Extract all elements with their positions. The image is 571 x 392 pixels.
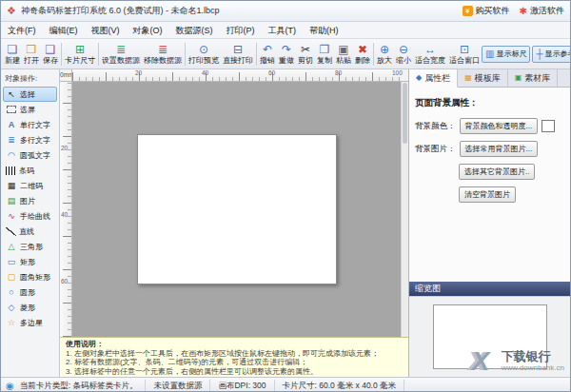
app-logo-icon: ❖ (7, 5, 16, 17)
new-label: 新建 (5, 56, 20, 65)
tab-label: 素材库 (524, 72, 550, 85)
print-preview-icon: ⊙ (199, 44, 208, 56)
toolbar-print-preview-button[interactable]: ⊙ 打印预览 (187, 40, 221, 69)
tool-freehand-curve[interactable]: ∿ 手绘曲线 (3, 208, 57, 224)
tool-select[interactable]: ↖ 选择 (3, 87, 57, 102)
tool-label: 选屏 (20, 105, 35, 115)
usage-note-line: 3. 选择标签中的任意一个元素后，右侧的属性栏里可以调整该元素的属性。 (66, 367, 403, 377)
fit-window-icon: ⊡ (460, 44, 469, 56)
toolbar-zoom-out-button[interactable]: ⊖ 缩小 (394, 40, 413, 69)
tool-label: 条码 (19, 166, 34, 176)
tool-label: 单行文字 (20, 120, 50, 130)
background-image-row2: 选择其它背景图片.. (459, 164, 564, 180)
toolbar-undo-button[interactable]: ↶ 撤销 (258, 40, 277, 69)
ruler-number: 60 (61, 278, 68, 284)
toolbar-copy-button[interactable]: ❐ 复制 (315, 40, 334, 69)
tool-label: 多边星 (20, 318, 43, 328)
zoom-in-icon: ⊕ (380, 44, 389, 56)
tool-polygon-star[interactable]: ☆ 多边星 (3, 315, 57, 330)
tool-circle[interactable]: ○ 圆形 (3, 284, 57, 300)
toolbar-new-button[interactable]: ❏ 新建 (3, 40, 22, 69)
tool-diamond[interactable]: ◇ 菱形 (3, 300, 57, 315)
toolbar-save-button[interactable]: ❑ 保存 (41, 40, 60, 69)
menu-edit[interactable]: 编辑(E) (43, 22, 85, 39)
zoom-out-label: 缩小 (396, 56, 411, 65)
tool-label: 直线 (19, 226, 34, 237)
menu-datasource[interactable]: 数据源(S) (169, 22, 220, 39)
tool-line[interactable]: 直线 (3, 224, 57, 239)
show-ruler-toggle[interactable]: ▥ 显示标尺 (482, 46, 530, 63)
toolbar-paste-button[interactable]: ▣ 粘贴 (334, 40, 353, 69)
menu-view[interactable]: 视图(V) (85, 22, 127, 39)
tool-qrcode[interactable]: ▦ 二维码 (3, 178, 57, 193)
menu-tools[interactable]: 工具(T) (262, 22, 304, 39)
toolbar-print-button[interactable]: ⊟ 直接打印 (221, 40, 255, 69)
toolbar-separator (373, 43, 374, 66)
usage-note: 使用说明： 1. 左侧对象栏中选择一个工具后，在画布矩形区域按住鼠标左键拖动，即… (60, 337, 408, 377)
save-label: 保存 (43, 56, 58, 65)
background-color-label: 背景颜色： (415, 121, 456, 132)
toolbar-remove-datasource-button[interactable]: ≣ 移除数据源 (142, 40, 184, 69)
toolbar-fit-window-button[interactable]: ⊡ 适合窗口 (447, 40, 482, 69)
toolbar-fit-width-button[interactable]: ↔ 适合宽度 (413, 40, 447, 69)
rectangle-icon: ▭ (6, 257, 17, 266)
properties-tab-icon: ◆ (416, 73, 422, 83)
buy-software-button[interactable]: ¥ 购买软件 (463, 5, 510, 17)
redo-label: 重做 (279, 56, 294, 65)
menu-print[interactable]: 打印(P) (220, 22, 262, 39)
tool-label: 圆形 (20, 287, 35, 298)
copy-label: 复制 (317, 56, 332, 65)
select-other-background-button[interactable]: 选择其它背景图片.. (459, 164, 535, 180)
toolbar-zoom-in-button[interactable]: ⊕ 放大 (375, 40, 394, 69)
print-label: 直接打印 (223, 56, 253, 65)
show-guides-toggle[interactable]: ┼ 显示参考线 (532, 46, 570, 63)
tool-rectangle[interactable]: ▭ 矩形 (3, 254, 57, 269)
toolbar-redo-button[interactable]: ↷ 重做 (277, 40, 296, 69)
multi-line-text-icon: ≣ (6, 135, 17, 145)
label-card[interactable] (137, 134, 337, 284)
toolbar-delete-button[interactable]: ✖ 删除 (353, 40, 372, 69)
clear-background-button[interactable]: 清空背景图片 (459, 186, 516, 203)
background-color-button[interactable]: 背景颜色和透明度... (460, 118, 539, 134)
tab-properties[interactable]: ◆ 属性栏 (409, 69, 458, 88)
toolbar-open-button[interactable]: ❒ 打开 (22, 40, 41, 69)
tool-marquee[interactable]: 选屏 (3, 102, 57, 117)
tab-assets[interactable]: ▣ 素材库 (508, 69, 559, 87)
toolbar-set-datasource-button[interactable]: ≣ 设置数据源 (100, 40, 142, 69)
scrollbar-thumb[interactable] (403, 83, 407, 144)
tool-label: 选择 (20, 89, 35, 100)
tool-arc-text[interactable]: ◠ 圆弧文字 (3, 147, 57, 163)
toolbar-cut-button[interactable]: ✂ 剪切 (296, 40, 315, 69)
menu-object[interactable]: 对象(O) (127, 22, 169, 39)
ruler-number: 40 (61, 211, 68, 218)
select-common-background-button[interactable]: 选择常用背景图片... (460, 141, 539, 157)
tool-single-line-text[interactable]: A 单行文字 (3, 117, 57, 132)
ruler-number: 60 (268, 69, 275, 76)
tool-triangle[interactable]: △ 三角形 (3, 239, 57, 254)
ruler-number: 40 (202, 69, 208, 76)
titlebar-actions: ¥ 购买软件 ✱ 激活软件 (463, 5, 564, 17)
tool-image[interactable]: ▤ 图片 (3, 193, 57, 208)
status-datasource: 未设置数据源 (146, 380, 210, 391)
ruler-icon: ▥ (485, 49, 494, 59)
tool-rounded-rectangle[interactable]: ▢ 圆角矩形 (3, 269, 57, 284)
activate-software-button[interactable]: ✱ 激活软件 (520, 5, 564, 17)
marquee-selection-icon (7, 106, 16, 113)
save-disk-icon: ❑ (46, 44, 56, 56)
qrcode-icon: ▦ (6, 181, 17, 190)
tool-barcode[interactable]: 条码 (3, 163, 57, 178)
tab-templates[interactable]: ▦ 模板库 (458, 69, 508, 87)
card-size-label: 卡片尺寸 (65, 56, 95, 65)
toolbar-separator (61, 43, 62, 66)
tool-multi-line-text[interactable]: ≣ 多行文字 (3, 132, 57, 147)
background-color-swatch[interactable] (541, 120, 555, 132)
design-canvas[interactable] (72, 82, 401, 337)
menu-help[interactable]: 帮助(H) (303, 22, 345, 39)
toolbar-card-size-button[interactable]: ⊞ 卡片尺寸 (63, 40, 97, 69)
tool-label: 圆弧文字 (20, 150, 50, 161)
ruler-number: 80 (335, 69, 342, 76)
vertical-scrollbar[interactable] (401, 82, 408, 337)
remove-datasource-label: 移除数据源 (144, 56, 182, 65)
menu-file[interactable]: 文件(F) (1, 22, 43, 39)
curve-icon: ∿ (6, 211, 17, 221)
